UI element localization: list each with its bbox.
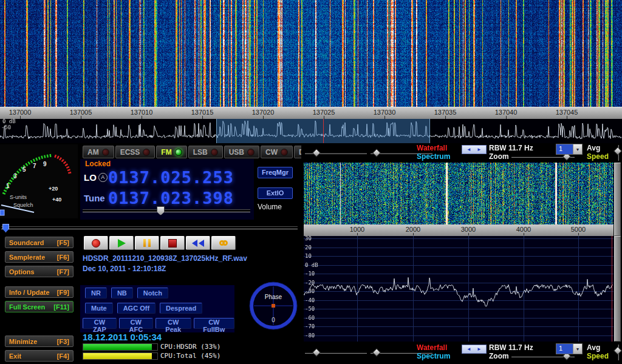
hdsdr-app: 137000 137005 137010 137015 137020 13702… [0, 0, 622, 364]
scroll-left-icon[interactable]: ◄ [466, 147, 471, 152]
loop-button[interactable] [211, 236, 236, 250]
scroll-right-icon[interactable]: ► [477, 147, 482, 152]
samplerate-button[interactable]: Samplerate [F6] [5, 251, 73, 263]
freq-scale-label: 137025 [306, 109, 342, 116]
main-waterfall-canvas[interactable] [0, 0, 622, 107]
brightness-slider[interactable] [305, 149, 367, 156]
tune-marker[interactable] [323, 119, 324, 143]
locked-indicator: Locked [85, 160, 111, 168]
spectrum-tab[interactable]: Spectrum [417, 352, 450, 360]
display-controls-bottom: Waterfall Spectrum ◄ ► RBW 11.7 Hz Zoom … [301, 343, 622, 362]
despread-button[interactable]: Despread [160, 303, 202, 314]
cpu-hdsdr-meter [83, 343, 158, 351]
button-label: Samplerate [9, 254, 45, 261]
mode-button-am[interactable]: AM [83, 146, 114, 158]
cw-fullbw-button[interactable]: CW FullBw [194, 318, 234, 329]
scroll-buttons[interactable]: ◄ ► [462, 145, 487, 154]
tune-label: Tune [84, 193, 105, 203]
audio-waterfall-canvas[interactable] [304, 163, 613, 224]
main-frequency-scale[interactable]: 137000 137005 137010 137015 137020 13702… [0, 107, 622, 119]
freq-scale-label: 137020 [245, 109, 281, 116]
avg-select[interactable]: 1 ▼ [556, 144, 583, 155]
slider-handle[interactable] [312, 149, 321, 157]
nb-button[interactable]: NB [111, 288, 133, 298]
mode-button-usb[interactable]: USB [224, 146, 259, 158]
scroll-left-icon[interactable]: ◄ [466, 346, 471, 352]
mute-button[interactable]: Mute [85, 303, 113, 314]
slider-handle[interactable] [372, 348, 381, 357]
tune-slider-handle[interactable] [2, 224, 9, 232]
slider-handle[interactable] [613, 147, 622, 155]
cw-afc-button[interactable]: CW AFC [119, 318, 153, 329]
db-axis-label: -10 [305, 271, 315, 277]
dropdown-arrow-icon[interactable]: ▼ [573, 144, 582, 154]
display-controls-top: Waterfall Spectrum ◄ ► RBW 11.7 Hz Zoom … [301, 144, 622, 162]
mode-button-cw[interactable]: CW [261, 146, 293, 158]
mode-button-lsb[interactable]: LSB [188, 146, 223, 158]
button-label: Soundcard [9, 239, 44, 246]
scroll-buttons[interactable]: ◄ ► [462, 345, 487, 354]
db-axis-label: 10 [305, 253, 312, 259]
pause-button[interactable] [135, 236, 159, 250]
button-label: Exit [9, 352, 21, 360]
level-mini-slider[interactable] [615, 145, 621, 161]
extio-button[interactable]: ExtIO [258, 187, 293, 199]
rewind-button[interactable] [186, 236, 210, 250]
squelch-handle[interactable] [0, 210, 4, 215]
record-button[interactable] [84, 236, 108, 250]
tune-frequency-display[interactable]: 0137.023.398 [108, 189, 234, 207]
options-button[interactable]: Options [F7] [5, 266, 73, 277]
volume-slider[interactable] [83, 206, 250, 215]
agc-off-button[interactable]: AGC Off [117, 303, 156, 314]
play-button[interactable] [109, 236, 134, 250]
soundcard-button[interactable]: Soundcard [F5] [5, 237, 73, 248]
playback-controls [84, 236, 236, 250]
db-scale-top-label: 0 dB [2, 118, 16, 124]
lo-frequency-display[interactable]: 0137.025.253 [108, 168, 234, 187]
main-spectrum-display[interactable]: 0 dB -50 [0, 119, 622, 144]
record-icon [92, 239, 100, 248]
mode-button-fm[interactable]: FM [156, 146, 186, 158]
cw-peak-button[interactable]: CW Peak [156, 318, 191, 329]
info-update-button[interactable]: Info / Update [F9] [5, 286, 73, 298]
freq-scale-label: 1000 [342, 226, 372, 233]
dropdown-arrow-icon[interactable]: ▼ [573, 344, 582, 354]
button-key: [F4] [57, 352, 69, 360]
exit-button[interactable]: Exit [F4] [5, 350, 73, 362]
minimize-button[interactable]: Minimize [F3] [5, 335, 73, 347]
nr-button[interactable]: NR [85, 288, 107, 298]
db-axis-label: -20 [305, 280, 315, 286]
lo-label: LO [84, 172, 97, 183]
loop-icon [222, 240, 228, 246]
lo-mode-badge[interactable]: A [98, 173, 108, 182]
zoom-label: Zoom [489, 352, 509, 360]
main-waterfall-display[interactable] [0, 0, 622, 107]
audio-frequency-scale[interactable]: 1000 2000 3000 4000 5000 [304, 224, 613, 236]
slider-handle[interactable] [613, 346, 622, 355]
cw-zap-button[interactable]: CW ZAP [83, 318, 117, 329]
audio-spectrum-display[interactable]: 30 20 10 0 dB -10 -20 -30 -40 -50 -60 -7… [304, 236, 613, 342]
control-panel: 1 3 5 7 9 +20 +40 S-units Squelch Soundc… [0, 143, 622, 364]
audio-waterfall-display[interactable] [304, 163, 613, 224]
fullscreen-button[interactable]: Full Screen [F11] [5, 301, 73, 312]
button-key: [F9] [57, 289, 69, 296]
db-axis-label: -70 [305, 323, 315, 329]
volume-slider-handle[interactable] [157, 206, 165, 215]
notch-button[interactable]: Notch [137, 288, 168, 298]
spectrum-tab[interactable]: Spectrum [417, 152, 450, 161]
audio-spectrum-canvas[interactable] [304, 236, 613, 342]
freqmgr-button[interactable]: FreqMgr [258, 167, 293, 178]
brightness-slider[interactable] [305, 349, 367, 356]
level-mini-slider[interactable] [615, 345, 621, 360]
mode-button-ecss[interactable]: ECSS [115, 146, 156, 158]
scroll-right-icon[interactable]: ► [477, 346, 482, 352]
tune-slider[interactable] [1, 223, 298, 232]
waterfall-tab[interactable]: Waterfall [417, 343, 447, 352]
slider-handle[interactable] [312, 348, 321, 357]
rbw-value: RBW 11.7 Hz [489, 144, 533, 152]
sunits-label: S-units [10, 194, 27, 200]
slider-handle[interactable] [372, 149, 381, 157]
stop-button[interactable] [160, 236, 185, 250]
waterfall-tab[interactable]: Waterfall [417, 144, 447, 152]
avg-select[interactable]: 1 ▼ [556, 343, 583, 354]
